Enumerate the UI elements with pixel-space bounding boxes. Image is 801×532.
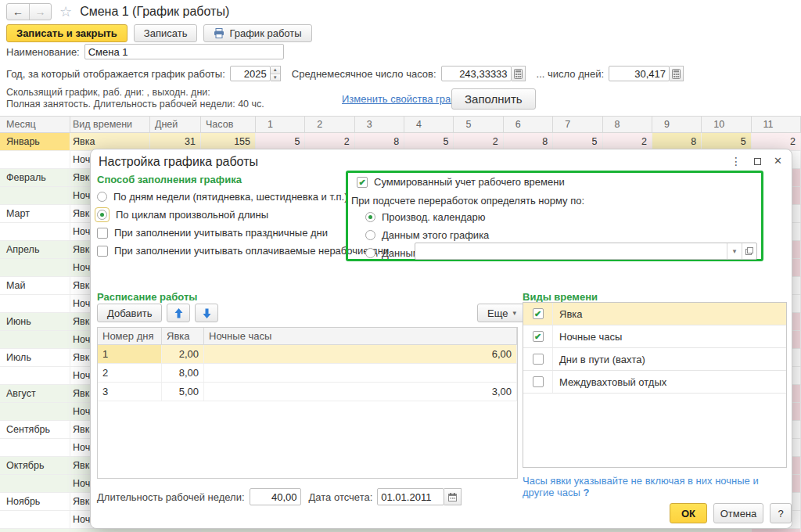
month-cell[interactable]: Сентябрь <box>0 421 70 438</box>
chevron-down-icon[interactable]: ▾ <box>727 243 742 259</box>
fill-button[interactable]: Заполнить <box>451 88 536 110</box>
month-cell[interactable]: Февраль <box>0 169 70 186</box>
month-cell[interactable]: Ноябрь <box>0 493 70 510</box>
day-value-cell[interactable]: 2 <box>752 133 801 150</box>
day-value-cell[interactable] <box>355 529 404 532</box>
night-hours-cell[interactable]: 3,00 <box>204 383 517 401</box>
day-value-cell[interactable] <box>752 529 801 532</box>
day-value-cell[interactable] <box>652 529 702 532</box>
other-schedule-combo[interactable]: ▾ <box>415 243 757 260</box>
day-value-cell[interactable] <box>256 529 305 532</box>
day-number-cell[interactable]: 2 <box>98 364 162 382</box>
avg-days-input[interactable] <box>609 66 670 81</box>
day-value-cell[interactable] <box>305 529 354 532</box>
month-cell[interactable] <box>0 439 70 456</box>
schedule-row[interactable]: 28,00 <box>98 364 517 383</box>
day-value-cell[interactable]: 2 <box>603 133 652 150</box>
attendance-cell[interactable]: 5,00 <box>162 383 204 401</box>
move-up-button[interactable] <box>167 304 190 322</box>
month-cell[interactable]: Июнь <box>0 313 70 330</box>
checkbox-icon[interactable] <box>533 354 544 365</box>
time-type-item[interactable]: ✔Явка <box>523 303 786 325</box>
attendance-cell[interactable]: 2,00 <box>162 345 204 363</box>
day-value-cell[interactable]: 5 <box>702 133 751 150</box>
calculator-button-2[interactable] <box>670 66 684 81</box>
year-spinner[interactable]: ▲ ▼ <box>271 66 281 81</box>
calculator-button[interactable] <box>512 66 526 81</box>
forward-button[interactable]: → <box>29 4 51 20</box>
day-value-cell[interactable] <box>454 529 503 532</box>
name-input[interactable] <box>84 44 284 59</box>
print-schedule-button[interactable]: График работы <box>203 24 311 42</box>
attendance-hours-hint-link[interactable]: Часы явки указывайте не включая в них но… <box>523 475 792 498</box>
more-button[interactable]: Еще ▾ <box>477 304 526 322</box>
day-value-cell[interactable] <box>553 529 602 532</box>
schedule-row[interactable]: 12,006,00 <box>98 345 517 364</box>
month-cell[interactable]: Июль <box>0 349 70 366</box>
ok-button[interactable]: ОК <box>670 503 707 523</box>
move-down-button[interactable] <box>195 304 218 322</box>
radio-calendar-row[interactable]: Производ. календарю <box>365 211 486 223</box>
time-type-cell[interactable]: Явка <box>70 133 150 150</box>
day-value-cell[interactable] <box>404 529 454 532</box>
month-cell[interactable] <box>0 295 70 312</box>
day-number-cell[interactable]: 1 <box>98 345 162 363</box>
maximize-icon[interactable] <box>754 158 761 165</box>
favorite-star-icon[interactable]: ☆ <box>59 4 72 20</box>
day-value-cell[interactable]: 8 <box>504 133 553 150</box>
help-question-icon[interactable]: ? <box>584 487 590 498</box>
time-type-cell[interactable]: Явка <box>70 529 150 532</box>
hours-cell[interactable] <box>201 529 256 532</box>
night-hours-cell[interactable] <box>204 364 517 382</box>
schedule-row[interactable]: 35,003,00 <box>98 383 517 401</box>
days-cell[interactable]: 31 <box>150 133 201 150</box>
day-value-cell[interactable]: 2 <box>305 133 354 150</box>
radio-by-week-row[interactable]: По дням недели (пятидневка, шестидневка … <box>97 191 348 203</box>
month-cell[interactable] <box>0 367 70 384</box>
night-hours-cell[interactable]: 6,00 <box>204 345 517 363</box>
month-cell[interactable] <box>0 187 70 204</box>
month-cell[interactable]: Апрель <box>0 241 70 258</box>
time-type-item[interactable]: Междувахтовый отдых <box>523 371 786 394</box>
checkbox-checked-icon[interactable]: ✔ <box>533 308 544 319</box>
avg-hours-input[interactable] <box>441 66 512 81</box>
day-value-cell[interactable] <box>603 529 652 532</box>
hours-cell[interactable]: 155 <box>201 133 256 150</box>
save-and-close-button[interactable]: Записать и закрыть <box>6 24 128 42</box>
month-cell[interactable] <box>0 475 70 492</box>
time-type-item[interactable]: Дни в пути (вахта) <box>523 348 786 371</box>
day-value-cell[interactable]: 5 <box>553 133 602 150</box>
month-cell[interactable]: Май <box>0 277 70 294</box>
day-value-cell[interactable] <box>504 529 553 532</box>
cancel-button[interactable]: Отмена <box>713 503 763 523</box>
day-value-cell[interactable]: 2 <box>454 133 503 150</box>
year-input[interactable] <box>230 66 271 81</box>
time-type-item[interactable]: ✔Ночные часы <box>523 325 786 348</box>
day-value-cell[interactable]: 8 <box>652 133 702 150</box>
month-cell[interactable] <box>0 259 70 276</box>
day-value-cell[interactable]: 8 <box>355 133 404 150</box>
month-cell[interactable]: Январь <box>0 133 70 150</box>
save-button[interactable]: Записать <box>134 24 198 42</box>
month-cell[interactable]: Март <box>0 205 70 222</box>
month-cell[interactable]: Октябрь <box>0 457 70 474</box>
help-button[interactable]: ? <box>770 503 792 523</box>
day-value-cell[interactable] <box>702 529 751 532</box>
menu-icon[interactable]: ⋮ <box>731 156 742 167</box>
radio-this-schedule-row[interactable]: Данным этого графика <box>365 229 489 241</box>
month-cell[interactable] <box>0 331 70 348</box>
month-cell[interactable]: Декабрь <box>0 529 70 532</box>
back-button[interactable]: ← <box>7 4 29 20</box>
checkbox-checked-icon[interactable]: ✔ <box>533 331 544 342</box>
month-cell[interactable] <box>0 511 70 528</box>
month-cell[interactable] <box>0 403 70 420</box>
attendance-cell[interactable]: 8,00 <box>162 364 204 382</box>
day-number-cell[interactable]: 3 <box>98 383 162 401</box>
week-length-input[interactable] <box>250 488 301 505</box>
table-row[interactable]: ДекабрьЯвка <box>0 529 801 532</box>
checkbox-icon[interactable] <box>533 376 544 387</box>
start-date-input[interactable] <box>377 488 444 505</box>
checkbox-summarized-row[interactable]: ✔ Суммированный учет рабочего времени <box>357 176 565 188</box>
month-cell[interactable]: Август <box>0 385 70 402</box>
month-cell[interactable] <box>0 151 70 168</box>
